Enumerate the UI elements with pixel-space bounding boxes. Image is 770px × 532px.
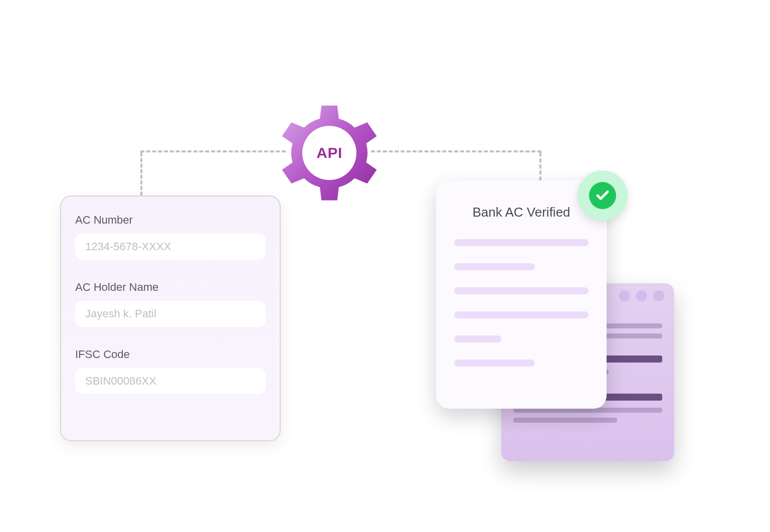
ac-number-input[interactable]: 1234-5678-XXXX [75,234,266,260]
field-ac-number: AC Number 1234-5678-XXXX [75,214,266,260]
success-check-badge [578,170,628,221]
placeholder-line [454,335,501,342]
connector-line-right-vertical [539,152,541,181]
bank-verified-card: Bank AC Verified [436,181,607,409]
field-ifsc-code: IFSC Code SBIN00086XX [75,348,266,394]
check-icon [589,182,616,209]
connector-line-right [371,150,541,152]
window-dot-icon [619,290,630,301]
ifsc-code-label: IFSC Code [75,348,266,361]
api-label: API [316,144,342,161]
bank-details-form-card: AC Number 1234-5678-XXXX AC Holder Name … [60,196,281,441]
placeholder-line [454,239,589,246]
placeholder-line [513,418,617,423]
window-dot-icon [636,290,647,301]
placeholder-line [454,263,535,270]
connector-line-left-vertical [140,152,142,196]
placeholder-line [454,360,535,367]
connector-line-left [140,150,286,152]
field-ac-holder-name: AC Holder Name Jayesh k. Patil [75,281,266,327]
api-circle: API [302,126,356,180]
ac-number-label: AC Number [75,214,266,227]
window-dot-icon [653,290,664,301]
placeholder-line [454,311,589,318]
ifsc-code-input[interactable]: SBIN00086XX [75,368,266,394]
ac-holder-name-label: AC Holder Name [75,281,266,294]
verified-title: Bank AC Verified [454,205,589,220]
api-gear-icon: API [277,100,382,206]
placeholder-line [454,287,589,294]
ac-holder-name-input[interactable]: Jayesh k. Patil [75,301,266,327]
